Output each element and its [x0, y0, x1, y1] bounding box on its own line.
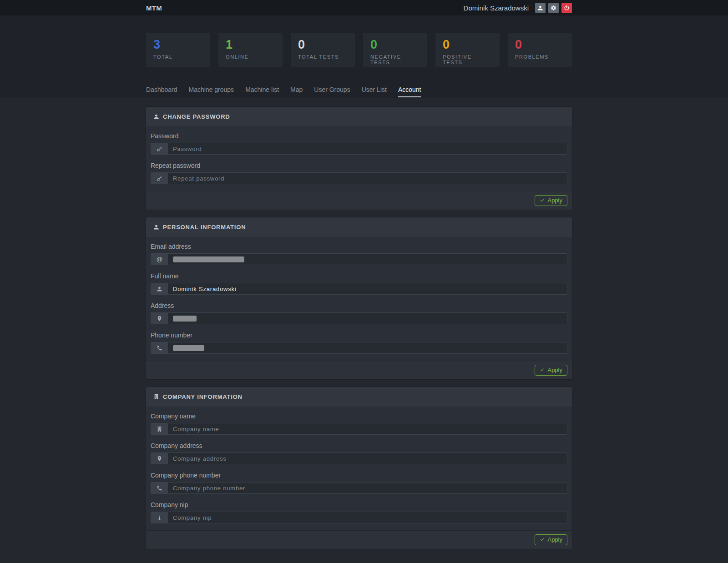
company-phone-input[interactable]: [168, 483, 567, 493]
stat-value: 0: [515, 38, 565, 52]
password-field-group: Password: [151, 132, 567, 155]
settings-button[interactable]: [548, 3, 559, 13]
redacted-email-value: [173, 256, 244, 262]
user-icon: [151, 283, 168, 294]
tab-account[interactable]: Account: [398, 86, 421, 97]
panel-footer: Apply: [146, 191, 572, 210]
check-icon: [540, 198, 545, 203]
stat-value: 0: [298, 38, 348, 52]
nav-tabs: Dashboard Machine groups Machine list Ma…: [146, 86, 572, 97]
company-information-panel: COMPANY INFORMATION Company name Company…: [146, 387, 572, 549]
brand-logo[interactable]: MTM: [146, 4, 162, 12]
panel-title: CHANGE PASSWORD: [163, 113, 230, 120]
panel-header: PERSONAL INFORMATION: [146, 217, 572, 237]
panel-title: COMPANY INFORMATION: [163, 393, 243, 400]
apply-label: Apply: [547, 367, 562, 373]
stat-label: PROBLEMS: [515, 54, 565, 60]
tab-machine-list[interactable]: Machine list: [245, 86, 279, 97]
redacted-phone-value: [173, 345, 204, 351]
building-icon: [151, 423, 168, 434]
change-password-panel: CHANGE PASSWORD Password Repeat password: [146, 107, 572, 210]
logout-button[interactable]: [561, 3, 572, 13]
apply-personal-button[interactable]: Apply: [535, 365, 567, 376]
panel-header: COMPANY INFORMATION: [146, 387, 572, 407]
check-icon: [540, 367, 545, 372]
building-icon: [153, 394, 163, 400]
stat-card-positive-tests: 0 POSITIVE TESTS: [435, 33, 500, 67]
field-label: Address: [151, 302, 567, 310]
field-label: Email address: [151, 243, 567, 251]
repeat-password-field-group: Repeat password: [151, 162, 567, 184]
phone-icon: [151, 342, 168, 353]
stat-label: ONLINE: [226, 54, 275, 60]
stat-value: 1: [226, 38, 275, 52]
stat-cards: 3 TOTAL 1 ONLINE 0 TOTAL TESTS 0 NEGATIV…: [146, 15, 572, 67]
stat-card-negative-tests: 0 NEGATIVE TESTS: [363, 33, 427, 67]
field-label: Password: [151, 132, 567, 140]
key-icon: [151, 173, 168, 184]
company-address-field-group: Company address: [151, 442, 567, 464]
tab-user-list[interactable]: User List: [362, 86, 387, 97]
tab-user-groups[interactable]: User Groups: [314, 86, 350, 97]
gear-icon: [551, 5, 556, 11]
stat-label: POSITIVE TESTS: [443, 54, 492, 65]
phone-icon: [151, 483, 168, 493]
apply-label: Apply: [547, 197, 562, 204]
email-field[interactable]: [168, 254, 567, 265]
profile-button[interactable]: [535, 3, 546, 13]
field-label: Phone number: [151, 332, 567, 339]
user-icon: [153, 114, 163, 120]
panel-footer: Apply: [146, 530, 572, 549]
user-icon: [153, 224, 163, 230]
full-name-input[interactable]: [168, 283, 567, 294]
stat-value: 0: [370, 38, 420, 52]
phone-field-group: Phone number: [151, 332, 567, 354]
field-label: Full name: [151, 272, 567, 280]
stat-value: 3: [153, 38, 203, 52]
user-name: Dominik Szaradowski: [464, 4, 529, 12]
company-nip-field-group: Company nip: [151, 501, 567, 523]
stat-card-problems: 0 PROBLEMS: [508, 33, 572, 67]
key-icon: [151, 143, 168, 154]
field-label: Company address: [151, 442, 567, 450]
at-icon: @: [151, 254, 168, 265]
stat-value: 0: [443, 38, 492, 52]
tab-dashboard[interactable]: Dashboard: [146, 86, 177, 97]
apply-company-button[interactable]: Apply: [535, 534, 567, 545]
stat-label: TOTAL TESTS: [298, 54, 348, 60]
field-label: Company phone number: [151, 472, 567, 479]
personal-information-panel: PERSONAL INFORMATION Email address @ Ful…: [146, 217, 572, 379]
full-name-field-group: Full name: [151, 272, 567, 295]
address-field-group: Address: [151, 302, 567, 324]
field-label: Repeat password: [151, 162, 567, 170]
user-icon: [537, 5, 543, 11]
map-pin-icon: [151, 453, 168, 464]
company-name-field-group: Company name: [151, 412, 567, 435]
address-field[interactable]: [168, 313, 567, 324]
apply-password-button[interactable]: Apply: [535, 195, 567, 206]
stat-card-total: 3 TOTAL: [146, 33, 210, 67]
stat-label: NEGATIVE TESTS: [370, 54, 420, 65]
repeat-password-input[interactable]: [168, 173, 567, 184]
tab-map[interactable]: Map: [290, 86, 303, 97]
main-content: CHANGE PASSWORD Password Repeat password: [0, 98, 728, 563]
topbar: MTM Dominik Szaradowski: [0, 0, 728, 15]
power-icon: [564, 5, 570, 11]
stats-band: 3 TOTAL 1 ONLINE 0 TOTAL TESTS 0 NEGATIV…: [0, 15, 728, 98]
info-icon: [151, 512, 168, 523]
company-name-input[interactable]: [168, 423, 567, 434]
phone-field[interactable]: [168, 342, 567, 353]
check-icon: [540, 537, 545, 542]
stat-card-online: 1 ONLINE: [218, 33, 283, 67]
password-input[interactable]: [168, 143, 567, 154]
field-label: Company nip: [151, 501, 567, 509]
panel-title: PERSONAL INFORMATION: [163, 224, 246, 231]
company-phone-field-group: Company phone number: [151, 472, 567, 494]
company-address-input[interactable]: [168, 453, 567, 464]
field-label: Company name: [151, 412, 567, 420]
email-field-group: Email address @: [151, 243, 567, 265]
company-nip-input[interactable]: [168, 512, 567, 523]
apply-label: Apply: [547, 536, 562, 543]
tab-machine-groups[interactable]: Machine groups: [189, 86, 234, 97]
map-pin-icon: [151, 313, 168, 324]
